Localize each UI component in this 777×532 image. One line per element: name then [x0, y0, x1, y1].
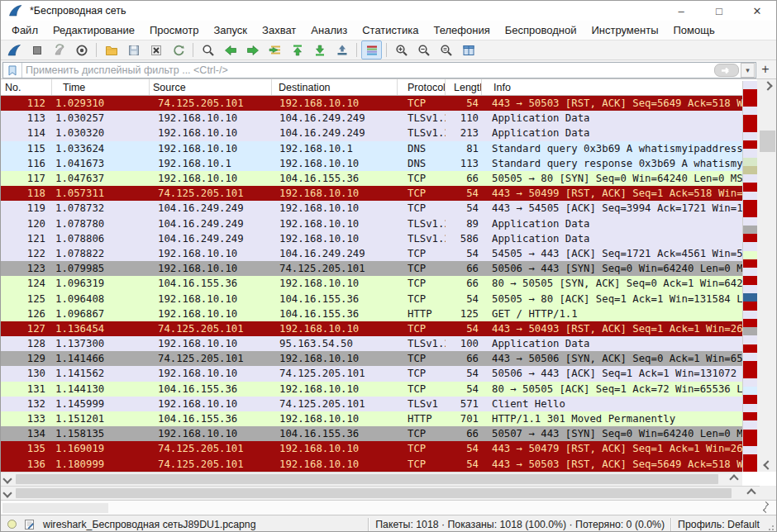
- zoom-out-icon[interactable]: [413, 40, 434, 59]
- lower-pane-hscrollbar[interactable]: [1, 486, 760, 500]
- column-header-info[interactable]: Info: [482, 79, 742, 95]
- column-header-no[interactable]: No.: [1, 79, 52, 95]
- packet-cell-protocol: TCP: [398, 443, 446, 454]
- menu-item[interactable]: Статистика: [355, 22, 426, 38]
- packet-row[interactable]: 1301.141562192.168.10.1074.125.205.101TC…: [1, 366, 742, 381]
- packet-row[interactable]: 1181.05731174.125.205.101192.168.10.10TC…: [1, 186, 742, 201]
- packet-minimap[interactable]: [742, 81, 757, 472]
- capture-options-icon[interactable]: [71, 40, 92, 59]
- go-back-icon[interactable]: [220, 40, 241, 59]
- auto-scroll-icon[interactable]: [331, 40, 352, 59]
- resize-columns-icon[interactable]: [458, 40, 479, 59]
- mini-scroll-spinner[interactable]: [764, 502, 768, 512]
- packet-row[interactable]: 1291.14146674.125.205.101192.168.10.10TC…: [1, 351, 742, 366]
- go-to-top-icon[interactable]: [287, 40, 307, 59]
- add-filter-button[interactable]: +: [758, 62, 773, 77]
- column-header-destination[interactable]: Destination: [272, 79, 398, 95]
- menu-item[interactable]: Редактирование: [45, 22, 142, 38]
- menu-item[interactable]: Инструменты: [584, 22, 665, 38]
- scroll-up-arrow-icon[interactable]: [757, 79, 777, 93]
- bookmark-icon[interactable]: [3, 63, 22, 78]
- packet-row[interactable]: 1231.079985192.168.10.1074.125.205.101TC…: [1, 261, 742, 276]
- packet-row[interactable]: 1221.078822192.168.10.10104.16.249.249TC…: [1, 246, 742, 261]
- packet-row[interactable]: 1281.137300192.168.10.1095.163.54.50TLSv…: [1, 336, 742, 351]
- packet-row[interactable]: 1131.030257192.168.10.10104.16.249.249TL…: [1, 111, 742, 126]
- menu-item[interactable]: Захват: [255, 22, 303, 38]
- vertical-scrollbar-thumb[interactable]: [760, 131, 775, 152]
- display-filter-input[interactable]: Применить дисплейный фильтр ... <Ctrl-/>…: [2, 62, 756, 78]
- menu-item[interactable]: Беспроводной: [498, 22, 584, 38]
- open-file-icon[interactable]: [101, 40, 122, 59]
- packet-row[interactable]: 1211.078806104.16.249.249192.168.10.10TL…: [1, 231, 742, 246]
- apply-filter-button[interactable]: [714, 64, 739, 77]
- menu-item[interactable]: Файл: [4, 22, 45, 38]
- capture-comment-icon[interactable]: [24, 519, 36, 530]
- packet-row[interactable]: 1341.158135192.168.10.10104.16.155.36TCP…: [1, 426, 742, 441]
- packet-row[interactable]: 1201.078780104.16.249.249192.168.10.10TL…: [1, 216, 742, 231]
- hscrollbar-thumb[interactable]: [16, 474, 718, 484]
- profile-label[interactable]: Профиль: Default: [678, 519, 760, 530]
- packet-row[interactable]: 1141.030320192.168.10.10104.16.249.249TL…: [1, 126, 742, 140]
- packet-row[interactable]: 1151.033624192.168.10.10192.168.10.1DNS8…: [1, 141, 742, 156]
- scroll-left-arrow-icon[interactable]: [1, 487, 14, 500]
- packet-cell-length: 66: [446, 263, 482, 274]
- packet-row[interactable]: 1121.02931074.125.205.101192.168.10.10TC…: [1, 96, 742, 111]
- scroll-left-arrow-icon[interactable]: [1, 473, 14, 486]
- packet-row[interactable]: 1241.096319104.16.155.36192.168.10.10TCP…: [1, 276, 742, 291]
- packet-cell-info: GET / HTTP/1.1: [482, 308, 742, 320]
- save-file-icon[interactable]: [123, 40, 144, 59]
- restart-capture-icon[interactable]: [49, 40, 69, 59]
- menu-item[interactable]: Просмотр: [142, 22, 206, 38]
- collapsed-pane-handle[interactable]: [2, 503, 108, 513]
- packet-cell-length: 54: [446, 293, 482, 305]
- packet-row[interactable]: 1361.18099974.125.205.101192.168.10.10TC…: [1, 457, 742, 472]
- packet-row[interactable]: 1161.041673192.168.10.1192.168.10.10DNS1…: [1, 156, 742, 171]
- packet-cell-length: 54: [446, 383, 482, 395]
- hscrollbar-thumb[interactable]: [16, 488, 732, 498]
- packet-row[interactable]: 1321.145999192.168.10.1074.125.205.101TL…: [1, 397, 742, 411]
- packet-row[interactable]: 1311.144130104.16.155.36192.168.10.10TCP…: [1, 382, 742, 397]
- go-to-packet-icon[interactable]: [265, 40, 285, 59]
- resize-grip[interactable]: [765, 518, 775, 531]
- zoom-in-icon[interactable]: [391, 40, 412, 59]
- expert-info-icon[interactable]: [7, 520, 17, 529]
- packet-list-hscrollbar[interactable]: [1, 472, 742, 486]
- column-header-time[interactable]: Time: [52, 79, 150, 95]
- find-packet-icon[interactable]: [198, 40, 218, 59]
- stop-capture-icon[interactable]: [26, 40, 47, 59]
- menu-item[interactable]: Анализ: [303, 22, 355, 38]
- zoom-original-icon[interactable]: [436, 40, 456, 59]
- column-header-source[interactable]: Source: [150, 79, 272, 95]
- colorize-packets-icon[interactable]: [361, 40, 382, 59]
- close-button[interactable]: ✕: [738, 1, 776, 21]
- maximize-button[interactable]: □: [700, 1, 738, 21]
- go-forward-icon[interactable]: [242, 40, 263, 59]
- scroll-right-arrow-icon[interactable]: [745, 487, 758, 500]
- packet-cell-source: 104.16.155.36: [150, 413, 272, 425]
- packet-row[interactable]: 1191.078732104.16.249.249192.168.10.10TC…: [1, 201, 742, 216]
- column-header-protocol[interactable]: Protocol: [398, 79, 446, 95]
- packet-row[interactable]: 1251.096408192.168.10.10104.16.155.36TCP…: [1, 291, 742, 306]
- scroll-right-arrow-icon[interactable]: [727, 473, 741, 486]
- packet-cell-no: 131: [1, 383, 52, 395]
- scroll-down-arrow-icon[interactable]: [757, 458, 777, 472]
- menu-item[interactable]: Помощь: [666, 22, 722, 38]
- packet-row[interactable]: 1271.13645474.125.205.101192.168.10.10TC…: [1, 321, 742, 336]
- filter-dropdown-caret[interactable]: ▾: [741, 63, 755, 78]
- packet-cell-no: 127: [1, 323, 52, 335]
- reload-file-icon[interactable]: [168, 40, 188, 59]
- packet-row[interactable]: 1331.151201104.16.155.36192.168.10.10HTT…: [1, 411, 742, 426]
- packet-cell-source: 192.168.10.10: [150, 398, 272, 410]
- go-to-bottom-icon[interactable]: [309, 40, 330, 59]
- close-file-icon[interactable]: [145, 40, 166, 59]
- vertical-scrollbar[interactable]: [757, 79, 777, 472]
- column-header-length[interactable]: Length: [446, 79, 482, 95]
- menu-item[interactable]: Запуск: [206, 22, 255, 38]
- minimap-stripe: [743, 311, 757, 319]
- menu-item[interactable]: Телефония: [426, 22, 497, 38]
- start-capture-icon[interactable]: [4, 40, 25, 59]
- packet-row[interactable]: 1351.16901974.125.205.101192.168.10.10TC…: [1, 441, 742, 456]
- packet-row[interactable]: 1261.096867192.168.10.10104.16.155.36HTT…: [1, 306, 742, 321]
- packet-row[interactable]: 1171.047637192.168.10.10104.16.155.36TCP…: [1, 171, 742, 186]
- minimize-button[interactable]: –: [662, 1, 700, 21]
